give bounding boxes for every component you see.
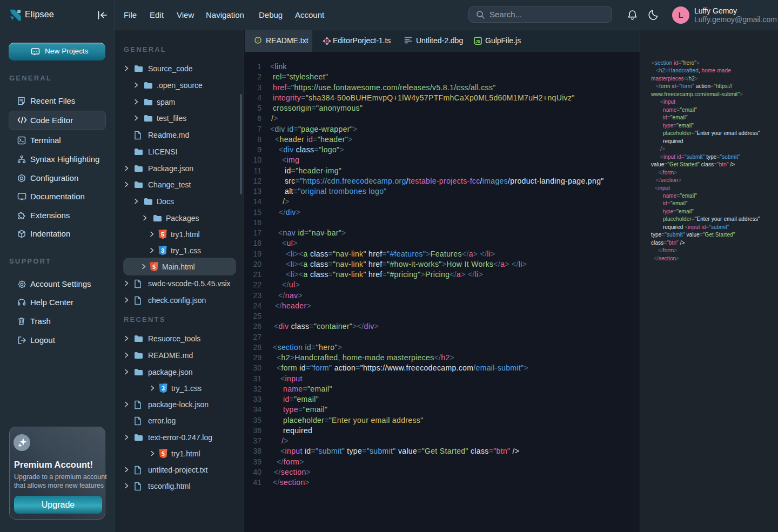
- svg-text:JS: JS: [475, 39, 480, 44]
- svg-text:5: 5: [161, 231, 164, 238]
- svg-text:3: 3: [162, 385, 165, 392]
- svg-text:3: 3: [161, 247, 164, 253]
- svg-text:5: 5: [152, 263, 156, 270]
- svg-text:5: 5: [162, 450, 165, 457]
